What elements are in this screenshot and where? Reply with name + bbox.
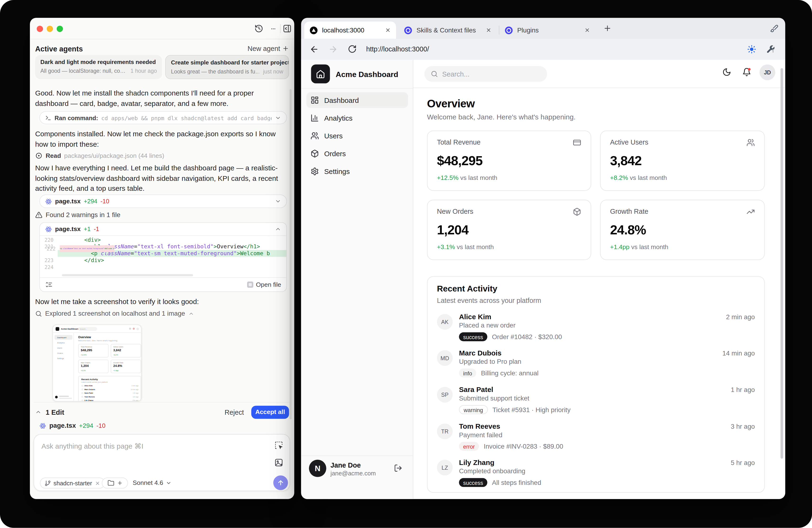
account-avatar[interactable]: JD bbox=[759, 64, 775, 80]
status-badge: success bbox=[459, 332, 487, 341]
vercel-favicon bbox=[309, 26, 318, 34]
page-subtitle: Welcome back, Jane. Here's what's happen… bbox=[427, 113, 576, 121]
browser-window: localhost:3000 Skills & Context files Pl… bbox=[301, 18, 785, 499]
file-change-pill[interactable]: page.tsx +294 -10 bbox=[39, 195, 287, 208]
plus-icon bbox=[282, 45, 289, 52]
screen: Active agents New agent Dark and light m… bbox=[0, 0, 812, 528]
new-agent-button[interactable]: New agent bbox=[248, 45, 289, 52]
chevron-down-icon bbox=[166, 480, 172, 486]
dashboard-page: Acme Dashboard Dashboard Analytics Users… bbox=[301, 60, 785, 499]
claude-tab-icon bbox=[404, 26, 412, 34]
user-avatar[interactable]: N bbox=[309, 460, 326, 477]
activity-row: LZ Lily Zhang Completed onboarding succe… bbox=[437, 458, 755, 491]
read-file-row[interactable]: Read packages/ui/package.json (44 lines) bbox=[35, 152, 164, 159]
user-email: jane@acme.com bbox=[330, 470, 376, 477]
select-element-icon[interactable] bbox=[274, 441, 284, 450]
ran-command-pill[interactable]: Ran command: cd apps/web && pnpm dlx sha… bbox=[39, 111, 287, 124]
composer: Ask anything about this page ⌘I shadcn-s… bbox=[34, 434, 290, 491]
activity-row: SP Sara Patel Submitted support ticket w… bbox=[437, 386, 755, 418]
new-tab-icon[interactable] bbox=[603, 24, 612, 32]
activity-title: Recent Activity bbox=[437, 284, 497, 293]
logout-icon[interactable] bbox=[394, 464, 402, 472]
read-icon bbox=[35, 152, 42, 159]
dashboard-grid-icon bbox=[310, 96, 319, 104]
tab-plugins[interactable]: Plugins bbox=[499, 21, 595, 39]
edit-count: 1 Edit bbox=[45, 408, 64, 416]
sidebar-item-orders[interactable]: Orders bbox=[306, 146, 408, 161]
edited-file-row[interactable]: page.tsx +294 -10 bbox=[39, 422, 105, 429]
open-file-button[interactable]: Open file bbox=[247, 281, 281, 288]
sidebar-item-users[interactable]: Users bbox=[306, 128, 408, 144]
search-input[interactable]: Search... bbox=[424, 66, 547, 82]
close-tab-icon[interactable] bbox=[584, 27, 590, 33]
dashboard-sidebar: Acme Dashboard Dashboard Analytics Users… bbox=[301, 60, 414, 499]
trending-up-icon bbox=[746, 208, 755, 216]
more-options-icon[interactable] bbox=[269, 26, 277, 31]
reject-button[interactable]: Reject bbox=[224, 408, 244, 416]
plus-icon bbox=[117, 480, 122, 486]
add-folder-chip[interactable] bbox=[102, 478, 128, 488]
minimize-window-button[interactable] bbox=[47, 26, 53, 32]
theme-sun-icon[interactable] bbox=[747, 45, 756, 54]
dark-mode-moon-icon[interactable] bbox=[722, 67, 731, 77]
reload-icon[interactable] bbox=[348, 45, 357, 54]
thumb-topbar: Acme Dashboard Search... bbox=[53, 325, 141, 333]
model-selector[interactable]: Sonnet 4.6 bbox=[133, 479, 172, 486]
history-icon[interactable] bbox=[255, 24, 263, 33]
close-icon bbox=[95, 480, 100, 486]
send-button[interactable] bbox=[273, 476, 288, 490]
dashboard-topbar: Search... JD bbox=[414, 60, 785, 88]
sidebar-item-settings[interactable]: Settings bbox=[306, 164, 408, 179]
notifications-bell-icon[interactable] bbox=[742, 67, 751, 77]
avatar: MD bbox=[437, 350, 453, 366]
maximize-window-button[interactable] bbox=[57, 26, 63, 32]
panel-scrollbar[interactable] bbox=[290, 89, 292, 419]
chevron-up-icon bbox=[275, 226, 281, 232]
chevron-up-icon bbox=[188, 311, 194, 316]
close-tab-icon[interactable] bbox=[385, 27, 391, 33]
credit-card-icon bbox=[573, 138, 581, 147]
titlebar bbox=[30, 18, 294, 39]
broom-icon[interactable] bbox=[770, 24, 778, 32]
git-branch-icon bbox=[45, 480, 51, 486]
agent-card-dashboard-selected[interactable]: Create simple dashboard for starter proj… bbox=[165, 55, 289, 79]
composer-input[interactable]: Ask anything about this page ⌘I bbox=[42, 442, 144, 450]
activity-subtitle: Latest events across your platform bbox=[437, 297, 541, 304]
page-scrollbar[interactable] bbox=[781, 68, 783, 459]
search-icon bbox=[35, 310, 42, 317]
explored-row[interactable]: Explored 1 screenshot on localhost and 1… bbox=[35, 310, 194, 317]
sidebar-item-dashboard[interactable]: Dashboard bbox=[306, 92, 408, 108]
expand-lines-icon[interactable] bbox=[45, 281, 53, 288]
users-icon bbox=[746, 138, 755, 147]
close-window-button[interactable] bbox=[37, 26, 43, 32]
image-upload-icon[interactable] bbox=[274, 458, 284, 467]
collapse-panel-icon[interactable] bbox=[283, 24, 292, 33]
back-icon[interactable] bbox=[309, 45, 319, 54]
arrow-up-icon bbox=[277, 479, 284, 486]
react-icon bbox=[39, 422, 46, 429]
code-lines: 220 <div> 221 <h1 className="text-xl fon… bbox=[40, 236, 287, 277]
warnings-row: Found 2 warnings in 1 file bbox=[35, 211, 120, 218]
tab-skills-context[interactable]: Skills & Context files bbox=[398, 21, 497, 39]
agent-card-dark-light-mode[interactable]: Dark and light mode requirements needed … bbox=[35, 55, 162, 79]
forward-icon[interactable] bbox=[329, 45, 338, 54]
search-icon bbox=[431, 70, 438, 77]
screenshot-thumbnail[interactable]: Acme Dashboard Search... Dashboard Analy… bbox=[53, 325, 142, 402]
url-field[interactable]: http://localhost:3000/ bbox=[366, 45, 429, 53]
sidebar-item-analytics[interactable]: Analytics bbox=[306, 110, 408, 125]
code-diff-footer: Open file bbox=[40, 277, 287, 291]
close-tab-icon[interactable] bbox=[486, 27, 491, 33]
editor-app-icon bbox=[247, 282, 253, 288]
branch-chip[interactable]: shadcn-starter bbox=[40, 478, 105, 488]
kpi-card-total-revenue: Total Revenue $48,295 +12.5% vs last mon… bbox=[427, 131, 591, 191]
activity-row: AK Alice Kim Placed a new order successO… bbox=[437, 313, 755, 345]
tab-localhost[interactable]: localhost:3000 bbox=[304, 21, 396, 39]
sidebar-divider bbox=[301, 88, 413, 89]
accept-all-button[interactable]: Accept all bbox=[251, 406, 289, 419]
code-horizontal-scrollbar[interactable] bbox=[62, 274, 193, 276]
chevron-up-icon[interactable] bbox=[35, 409, 42, 415]
code-diff-header[interactable]: page.tsx +1 -1 bbox=[40, 223, 287, 236]
page-title: Overview bbox=[427, 97, 475, 110]
avatar: TR bbox=[437, 423, 453, 439]
devtools-wrench-icon[interactable] bbox=[766, 45, 775, 54]
